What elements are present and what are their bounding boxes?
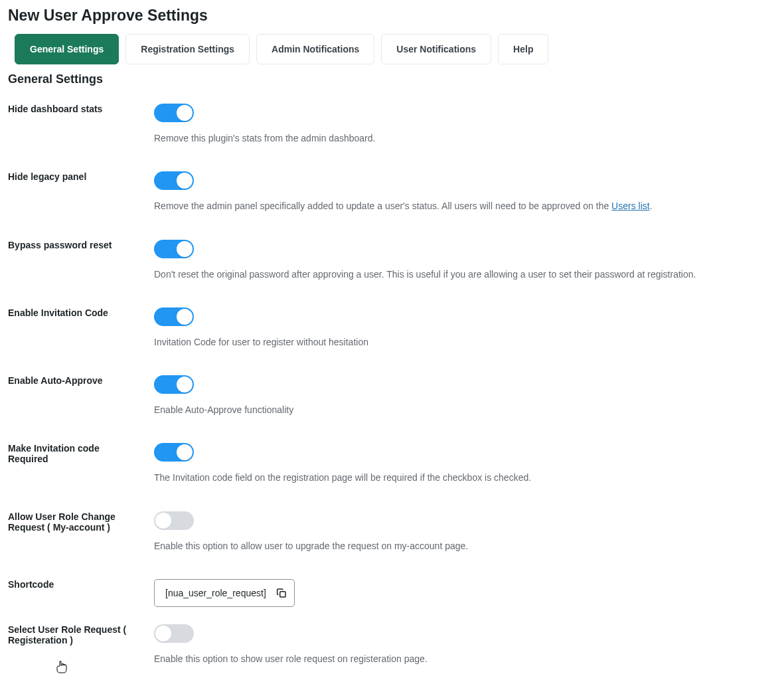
desc-allow-user-role-change: Enable this option to allow user to upgr… bbox=[154, 539, 776, 553]
tab-registration-settings[interactable]: Registration Settings bbox=[125, 34, 250, 64]
tabs: General Settings Registration Settings A… bbox=[15, 34, 776, 64]
label-make-invitation-required: Make Invitation code Required bbox=[8, 443, 154, 511]
tab-user-notifications[interactable]: User Notifications bbox=[381, 34, 491, 64]
tab-general-settings[interactable]: General Settings bbox=[15, 34, 119, 64]
toggle-bypass-password-reset[interactable] bbox=[154, 240, 194, 258]
shortcode-text: [nua_user_role_request] bbox=[165, 588, 266, 598]
label-allow-user-role-change: Allow User Role Change Request ( My-acco… bbox=[8, 511, 154, 579]
label-hide-dashboard-stats: Hide dashboard stats bbox=[8, 104, 154, 171]
section-title: General Settings bbox=[8, 72, 776, 86]
desc-enable-invitation-code: Invitation Code for user to register wit… bbox=[154, 335, 776, 349]
toggle-hide-legacy-panel[interactable] bbox=[154, 171, 194, 190]
desc-select-user-role-request: Enable this option to show user role req… bbox=[154, 652, 776, 665]
tab-help[interactable]: Help bbox=[498, 34, 548, 64]
label-shortcode: Shortcode bbox=[8, 579, 154, 624]
tab-admin-notifications[interactable]: Admin Notifications bbox=[256, 34, 374, 64]
label-bypass-password-reset: Bypass password reset bbox=[8, 240, 154, 307]
label-select-user-role-request: Select User Role Request ( Registeration… bbox=[8, 624, 154, 688]
link-users-list[interactable]: Users list bbox=[611, 201, 650, 211]
label-enable-invitation-code: Enable Invitation Code bbox=[8, 307, 154, 375]
toggle-select-user-role-request[interactable] bbox=[154, 624, 194, 643]
desc-make-invitation-required: The Invitation code field on the registr… bbox=[154, 471, 776, 484]
desc-hide-dashboard-stats: Remove this plugin's stats from the admi… bbox=[154, 131, 776, 145]
label-hide-legacy-panel: Hide legacy panel bbox=[8, 171, 154, 239]
toggle-enable-invitation-code[interactable] bbox=[154, 307, 194, 326]
desc-enable-auto-approve: Enable Auto-Approve functionality bbox=[154, 403, 776, 416]
desc-bypass-password-reset: Don't reset the original password after … bbox=[154, 268, 776, 281]
desc-hide-legacy-panel: Remove the admin panel specifically adde… bbox=[154, 199, 776, 213]
svg-rect-0 bbox=[280, 592, 285, 597]
toggle-hide-dashboard-stats[interactable] bbox=[154, 104, 194, 122]
toggle-make-invitation-required[interactable] bbox=[154, 443, 194, 462]
toggle-allow-user-role-change[interactable] bbox=[154, 511, 194, 530]
toggle-enable-auto-approve[interactable] bbox=[154, 375, 194, 394]
label-enable-auto-approve: Enable Auto-Approve bbox=[8, 375, 154, 443]
copy-icon[interactable] bbox=[275, 587, 287, 599]
shortcode-box: [nua_user_role_request] bbox=[154, 579, 295, 607]
page-title: New User Approve Settings bbox=[8, 7, 776, 25]
